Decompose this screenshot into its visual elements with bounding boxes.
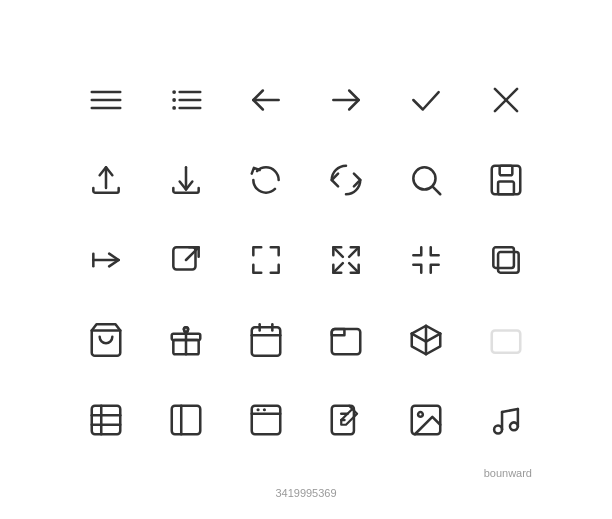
svg-line-39 [426,333,440,341]
svg-point-7 [172,106,176,110]
svg-line-23 [349,247,359,257]
svg-rect-45 [172,405,201,434]
svg-line-22 [333,247,343,257]
svg-rect-18 [500,165,513,175]
sync-icon [306,140,386,220]
svg-rect-19 [498,181,514,194]
save-icon [466,140,546,220]
svg-rect-36 [332,328,361,353]
expand-small-icon [226,220,306,300]
svg-point-49 [257,408,260,411]
svg-line-38 [412,333,426,341]
svg-point-50 [263,408,266,411]
compress-icon [386,220,466,300]
svg-rect-47 [252,405,281,434]
close-icon [466,60,546,140]
svg-point-55 [418,412,423,417]
share-icon [66,220,146,300]
svg-rect-41 [92,405,121,434]
download-icon [146,140,226,220]
svg-rect-20 [173,247,195,269]
gift-icon [146,300,226,380]
svg-rect-17 [492,165,521,194]
svg-rect-40 [492,330,521,352]
svg-line-21 [186,247,199,260]
table-icon [66,380,146,460]
svg-rect-32 [252,327,281,356]
svg-line-25 [333,263,343,273]
svg-line-16 [433,187,440,194]
browser-icon [226,380,306,460]
getty-id-text: 3419995369 [275,487,336,499]
svg-rect-26 [493,247,514,268]
box-3d-icon [386,300,466,380]
edit-icon [306,380,386,460]
svg-point-5 [172,98,176,102]
search-icon [386,140,466,220]
external-link-icon [146,220,226,300]
panel-icon [146,380,226,460]
watermark-text: bounward [484,467,532,479]
tab-icon [306,300,386,380]
list-icon [146,60,226,140]
refresh-icon [226,140,306,220]
arrow-right-icon [306,60,386,140]
layers-icon [466,220,546,300]
check-icon [386,60,466,140]
image-icon [386,380,466,460]
svg-point-3 [172,90,176,94]
upload-icon [66,140,146,220]
arrow-left-icon [226,60,306,140]
svg-line-60 [502,408,518,411]
placeholder-icon [466,300,546,380]
calendar-icon [226,300,306,380]
music-icon [466,380,546,460]
svg-rect-27 [498,252,519,273]
hamburger-menu-icon [66,60,146,140]
svg-line-24 [349,263,359,273]
expand-icon [306,220,386,300]
shopping-bag-icon [66,300,146,380]
svg-point-15 [413,167,435,189]
icon-grid [66,60,546,460]
